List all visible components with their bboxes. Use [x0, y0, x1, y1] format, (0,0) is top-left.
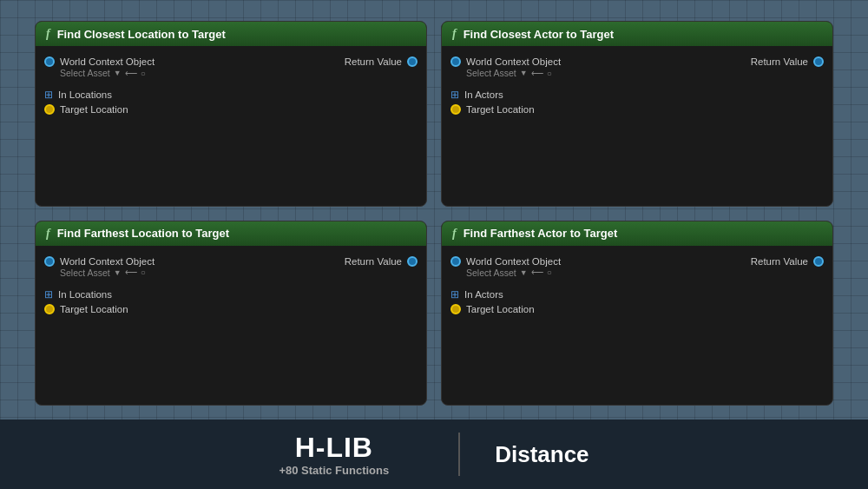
node-title-find-closest-actor: Find Closest Actor to Target	[464, 28, 614, 41]
world-context-row-find-closest-actor: World Context Object Return Value	[450, 56, 824, 67]
pin2-row-find-closest-actor: Target Location	[442, 102, 832, 116]
pin1-row-find-closest-location: ⊞ In Locations	[36, 87, 426, 102]
pin2-label-find-farthest-location: Target Location	[60, 304, 128, 314]
hlib-subtitle: +80 Static Functions	[279, 464, 389, 477]
node-card-find-farthest-location: f Find Farthest Location to Target World…	[35, 221, 427, 406]
bottom-section: Distance	[495, 441, 589, 468]
pin1-left-find-farthest-actor: ⊞ In Actors	[450, 288, 503, 301]
world-context-pin-find-closest-location	[44, 56, 55, 67]
select-asset-arrow-find-farthest-location: ▼	[114, 268, 122, 277]
world-context-left-find-closest-location: World Context Object	[44, 56, 155, 67]
world-context-label-find-farthest-location: World Context Object	[60, 256, 155, 267]
pin2-row-find-farthest-actor: Target Location	[442, 302, 832, 316]
pin2-circle-find-closest-actor	[450, 104, 461, 115]
pin2-left-find-closest-location: Target Location	[44, 104, 128, 115]
select-asset-arrow-find-closest-actor: ▼	[520, 69, 528, 77]
pin2-circle-find-closest-location	[44, 104, 55, 115]
pin2-left-find-farthest-actor: Target Location	[450, 304, 535, 314]
bottom-left: H-LIB +80 Static Functions	[279, 432, 424, 477]
return-value-pin-find-farthest-actor	[813, 256, 824, 267]
world-context-left-find-closest-actor: World Context Object	[450, 56, 561, 67]
world-context-group-find-closest-location: World Context Object Return Value Select…	[36, 53, 426, 82]
node-card-find-closest-actor: f Find Closest Actor to Target World Con…	[441, 21, 833, 207]
pin2-label-find-closest-location: Target Location	[60, 104, 128, 115]
pin1-left-find-closest-actor: ⊞ In Actors	[450, 89, 503, 101]
return-value-group-find-closest-location: Return Value	[345, 56, 418, 67]
pin1-icon-find-closest-location: ⊞	[44, 89, 53, 101]
world-context-group-find-closest-actor: World Context Object Return Value Select…	[442, 53, 832, 82]
node-body-find-farthest-location: World Context Object Return Value Select…	[36, 246, 426, 406]
pin2-label-find-farthest-actor: Target Location	[466, 304, 535, 314]
pin1-label-find-closest-location: In Locations	[58, 89, 112, 100]
return-value-label-find-farthest-actor: Return Value	[751, 256, 808, 267]
world-context-row-find-closest-location: World Context Object Return Value	[44, 56, 418, 67]
node-title-find-farthest-actor: Find Farthest Actor to Target	[464, 227, 618, 240]
node-header-find-farthest-location: f Find Farthest Location to Target	[36, 221, 426, 246]
return-value-pin-find-closest-actor	[813, 56, 824, 67]
function-icon-find-closest-location: f	[46, 27, 50, 41]
pin2-left-find-farthest-location: Target Location	[44, 304, 128, 314]
pin1-icon-find-farthest-location: ⊞	[44, 288, 53, 301]
select-asset-icon2-find-farthest-location: ○	[141, 268, 146, 277]
pin1-left-find-farthest-location: ⊞ In Locations	[44, 288, 112, 301]
select-asset-icon-find-farthest-location: ⟵	[125, 268, 137, 277]
pin2-label-find-closest-actor: Target Location	[466, 104, 535, 115]
return-value-group-find-farthest-location: Return Value	[345, 256, 418, 267]
world-context-left-find-farthest-actor: World Context Object	[450, 256, 561, 267]
select-asset-icon-find-closest-actor: ⟵	[531, 69, 543, 78]
world-context-row-find-farthest-location: World Context Object Return Value	[44, 256, 418, 267]
pin1-row-find-farthest-actor: ⊞ In Actors	[442, 287, 832, 302]
world-context-left-find-farthest-location: World Context Object	[44, 256, 155, 267]
select-asset-label-find-farthest-location: Select Asset	[60, 268, 110, 278]
select-asset-arrow-find-closest-location: ▼	[114, 69, 122, 77]
pin1-label-find-farthest-location: In Locations	[58, 289, 112, 300]
select-asset-row-find-closest-actor: Select Asset ▼ ⟵ ○	[450, 68, 824, 78]
pin1-left-find-closest-location: ⊞ In Locations	[44, 89, 112, 101]
return-value-group-find-farthest-actor: Return Value	[751, 256, 824, 267]
world-context-label-find-farthest-actor: World Context Object	[466, 256, 561, 267]
pin2-row-find-closest-location: Target Location	[36, 102, 426, 116]
pin1-label-find-farthest-actor: In Actors	[464, 289, 503, 300]
pin2-circle-find-farthest-actor	[450, 304, 461, 314]
pin1-icon-find-closest-actor: ⊞	[450, 89, 459, 101]
node-card-find-closest-location: f Find Closest Location to Target World …	[35, 21, 427, 207]
pin1-label-find-closest-actor: In Actors	[464, 89, 503, 100]
hlib-title: H-LIB	[295, 432, 373, 464]
pin1-row-find-farthest-location: ⊞ In Locations	[36, 287, 426, 302]
select-asset-icon2-find-closest-location: ○	[141, 69, 146, 78]
return-value-label-find-farthest-location: Return Value	[345, 256, 402, 267]
pin1-row-find-closest-actor: ⊞ In Actors	[442, 87, 832, 102]
function-icon-find-closest-actor: f	[452, 27, 457, 41]
function-icon-find-farthest-location: f	[46, 227, 50, 241]
select-asset-icon2-find-farthest-actor: ○	[547, 268, 552, 277]
world-context-pin-find-closest-actor	[450, 56, 461, 67]
world-context-label-find-closest-location: World Context Object	[60, 56, 155, 67]
bottom-bar: H-LIB +80 Static Functions Distance	[0, 420, 868, 489]
node-header-find-closest-location: f Find Closest Location to Target	[36, 22, 426, 46]
world-context-label-find-closest-actor: World Context Object	[466, 56, 561, 67]
world-context-group-find-farthest-location: World Context Object Return Value Select…	[36, 253, 426, 281]
pin2-row-find-farthest-location: Target Location	[36, 302, 426, 316]
function-icon-find-farthest-actor: f	[452, 227, 457, 241]
pin2-circle-find-farthest-location	[44, 304, 55, 314]
select-asset-label-find-farthest-actor: Select Asset	[466, 268, 516, 278]
return-value-group-find-closest-actor: Return Value	[751, 56, 824, 67]
main-area: f Find Closest Location to Target World …	[0, 0, 868, 420]
world-context-pin-find-farthest-actor	[450, 256, 461, 267]
node-title-find-closest-location: Find Closest Location to Target	[57, 28, 226, 41]
select-asset-icon-find-closest-location: ⟵	[125, 69, 137, 78]
select-asset-arrow-find-farthest-actor: ▼	[520, 268, 528, 277]
divider-vertical	[458, 433, 460, 476]
select-asset-label-find-closest-actor: Select Asset	[466, 68, 516, 78]
world-context-pin-find-farthest-location	[44, 256, 55, 267]
node-body-find-closest-location: World Context Object Return Value Select…	[36, 46, 426, 206]
return-value-pin-find-closest-location	[407, 56, 418, 67]
node-card-find-farthest-actor: f Find Farthest Actor to Target World Co…	[441, 221, 833, 406]
node-body-find-farthest-actor: World Context Object Return Value Select…	[442, 246, 832, 406]
select-asset-row-find-farthest-actor: Select Asset ▼ ⟵ ○	[450, 268, 824, 278]
select-asset-icon2-find-closest-actor: ○	[547, 69, 552, 78]
world-context-group-find-farthest-actor: World Context Object Return Value Select…	[442, 253, 832, 281]
return-value-label-find-closest-location: Return Value	[345, 56, 402, 67]
node-header-find-closest-actor: f Find Closest Actor to Target	[442, 22, 832, 46]
pin1-icon-find-farthest-actor: ⊞	[450, 288, 459, 301]
